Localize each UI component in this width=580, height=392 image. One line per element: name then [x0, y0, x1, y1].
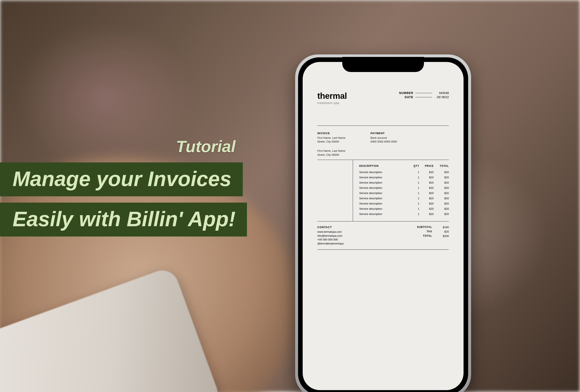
total-label: TOTAL	[423, 234, 432, 238]
totals-block: SUBTOTAL $180 TAX $20 TOTAL $200	[417, 226, 449, 246]
table-row: Service description1$20$20	[359, 191, 449, 196]
item-desc: Service description	[359, 170, 409, 175]
bill-to-addr: Street, City 00000	[317, 140, 345, 144]
item-desc: Service description	[359, 191, 409, 196]
table-row: Service description1$20$20	[359, 180, 449, 185]
item-total: $20	[434, 206, 449, 211]
item-desc: Service description	[359, 180, 409, 185]
item-price: $20	[419, 170, 434, 175]
item-qty: 1	[409, 185, 419, 191]
item-total: $20	[434, 180, 449, 185]
line-items-section: DESCRIPTION QTY PRICE TOTAL Service desc…	[317, 160, 449, 221]
headline-kicker: Tutorial	[176, 137, 247, 156]
item-qty: 1	[409, 201, 419, 206]
item-price: $20	[419, 201, 434, 206]
item-price: $20	[419, 185, 434, 191]
item-price: $20	[419, 175, 434, 180]
item-total: $20	[434, 175, 449, 180]
subtotal-value: $180	[438, 226, 449, 229]
meta-date-value: 28/ 06/22	[434, 96, 449, 99]
table-row: Service description1$20$20	[359, 170, 449, 175]
invoice-document: thermal treatment spa NUMBER 643048 DATE	[303, 62, 463, 390]
item-qty: 1	[409, 180, 419, 185]
brand-subtitle: treatment spa	[317, 101, 347, 105]
brand-block: thermal treatment spa	[317, 91, 347, 105]
contact-phone: +00 000 000 000	[317, 238, 343, 242]
phone-screen: thermal treatment spa NUMBER 643048 DATE	[303, 62, 463, 390]
phone-notch	[342, 57, 424, 72]
payment-num: 0000 0000 0000 0000	[371, 140, 397, 144]
item-total: $20	[434, 211, 449, 217]
ship-to-name: First Name, Last Name	[317, 149, 345, 153]
headline-line-1: Manage your Invoices	[0, 162, 243, 196]
item-desc: Service description	[359, 206, 409, 211]
phone-bezel: thermal treatment spa NUMBER 643048 DATE	[298, 57, 468, 392]
bill-to: INVOICE First Name, Last Name Street, Ci…	[317, 132, 345, 157]
item-qty: 1	[409, 175, 419, 180]
item-price: $20	[419, 196, 434, 201]
meta-number-label: NUMBER	[399, 91, 413, 95]
headline-overlay: Tutorial Manage your Invoices Easily wit…	[0, 137, 247, 243]
table-row: Service description1$20$20	[359, 201, 449, 206]
payment-heading: PAYMENT	[371, 132, 397, 135]
payment-info: PAYMENT Bank account 0000 0000 0000 0000	[371, 132, 397, 157]
item-desc: Service description	[359, 211, 409, 217]
table-row: Service description1$20$20	[359, 175, 449, 180]
payment-acct: Bank account	[371, 136, 397, 140]
item-total: $20	[434, 185, 449, 191]
item-qty: 1	[409, 170, 419, 175]
item-total: $20	[434, 196, 449, 201]
item-total: $20	[434, 170, 449, 175]
contact-mail: info@termalspa.com	[317, 234, 343, 238]
contact-heading: CONTACT	[317, 226, 343, 229]
table-row: Service description1$20$20	[359, 185, 449, 191]
meta-number-value: 643048	[434, 91, 449, 95]
invoice-meta: NUMBER 643048 DATE 28/ 06/22	[399, 91, 449, 100]
col-total: TOTAL	[434, 165, 449, 170]
item-price: $20	[419, 191, 434, 196]
item-desc: Service description	[359, 175, 409, 180]
meta-date-label: DATE	[405, 96, 413, 99]
item-desc: Service description	[359, 196, 409, 201]
item-qty: 1	[409, 206, 419, 211]
item-total: $20	[434, 201, 449, 206]
brand-name: thermal	[317, 91, 347, 101]
col-price: PRICE	[419, 165, 434, 170]
contact-social: @termaltreatmentspa	[317, 242, 343, 246]
subtotal-label: SUBTOTAL	[417, 226, 432, 229]
contact-block: CONTACT www.termalspa.com info@termalspa…	[317, 226, 343, 246]
line-items-table: DESCRIPTION QTY PRICE TOTAL Service desc…	[359, 165, 449, 217]
item-qty: 1	[409, 211, 419, 217]
item-price: $20	[419, 206, 434, 211]
bill-to-name: First Name, Last Name	[317, 136, 345, 140]
item-qty: 1	[409, 191, 419, 196]
item-desc: Service description	[359, 201, 409, 206]
table-row: Service description1$20$20	[359, 206, 449, 211]
tax-value: $20	[438, 230, 449, 233]
table-row: Service description1$20$20	[359, 211, 449, 217]
item-desc: Service description	[359, 185, 409, 191]
ship-to-addr: Street, City 00000	[317, 153, 345, 157]
headline-line-2: Easily with Billin' App!	[0, 202, 247, 236]
tax-label: TAX	[427, 230, 432, 233]
bill-to-heading: INVOICE	[317, 132, 345, 135]
total-value: $200	[438, 234, 449, 238]
item-total: $20	[434, 191, 449, 196]
table-row: Service description1$20$20	[359, 196, 449, 201]
col-qty: QTY	[409, 165, 419, 170]
contact-web: www.termalspa.com	[317, 230, 343, 234]
phone-frame: thermal treatment spa NUMBER 643048 DATE	[295, 54, 471, 392]
col-desc: DESCRIPTION	[359, 165, 409, 170]
item-qty: 1	[409, 196, 419, 201]
item-price: $20	[419, 211, 434, 217]
item-price: $20	[419, 180, 434, 185]
